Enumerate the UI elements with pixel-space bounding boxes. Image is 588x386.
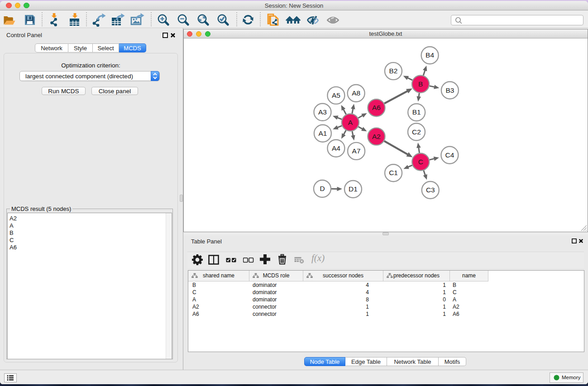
svg-text:A8: A8 <box>352 89 360 97</box>
svg-text:A: A <box>348 119 353 126</box>
svg-text:B3: B3 <box>445 86 454 94</box>
svg-text:A3: A3 <box>318 108 327 116</box>
svg-text:B2: B2 <box>389 67 398 75</box>
svg-text:A5: A5 <box>332 91 340 99</box>
svg-text:A1: A1 <box>318 129 327 137</box>
svg-text:C2: C2 <box>412 128 421 136</box>
svg-text:C1: C1 <box>389 169 398 176</box>
svg-text:C4: C4 <box>445 151 454 159</box>
svg-text:A7: A7 <box>352 147 361 155</box>
svg-text:B: B <box>418 80 423 88</box>
svg-text:A6: A6 <box>372 104 381 111</box>
svg-text:D: D <box>320 185 325 192</box>
svg-text:A4: A4 <box>332 144 340 152</box>
svg-text:B1: B1 <box>412 108 421 116</box>
svg-text:f(x): f(x) <box>311 253 325 263</box>
svg-text:D1: D1 <box>349 185 358 193</box>
svg-text:A2: A2 <box>372 133 381 140</box>
svg-text:C3: C3 <box>426 186 435 194</box>
svg-text:B4: B4 <box>425 51 434 59</box>
svg-text:C: C <box>418 158 423 166</box>
